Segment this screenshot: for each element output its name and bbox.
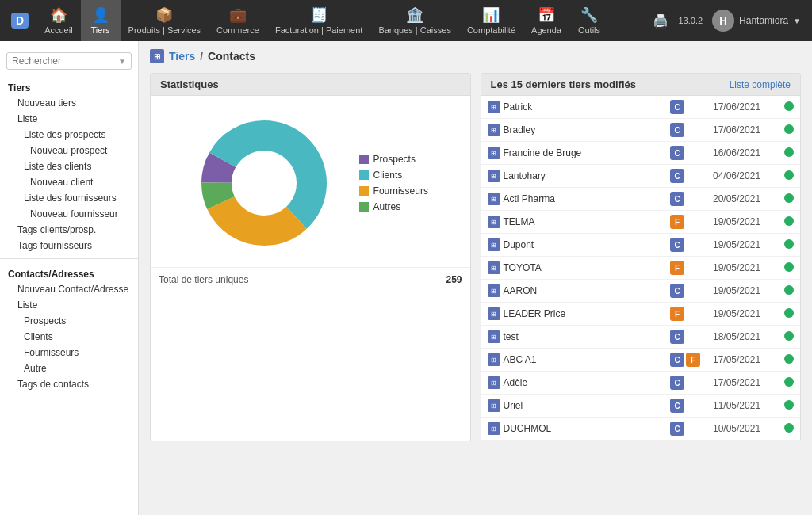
table-row[interactable]: ⊞ABC A1CF17/05/2021 [481,349,801,372]
home-icon: 🏠 [50,6,67,24]
search-input[interactable] [12,55,115,67]
sidebar-item-prospects[interactable]: Prospects [0,313,138,329]
search-dropdown-icon: ▼ [118,57,126,66]
row-tiers-icon: ⊞ [488,147,500,159]
main-layout: ▼ Tiers Nouveau tiers Liste Liste des pr… [0,41,812,515]
row-status [778,188,800,211]
nav-agenda[interactable]: 📅 Agenda [523,0,569,41]
sidebar-item-tags-contacts[interactable]: Tags de contacts [0,376,138,392]
table-row[interactable]: ⊞Francine de BrugeC16/06/2021 [481,142,801,165]
donut-chart [193,112,335,254]
sidebar-item-nouveau-client[interactable]: Nouveau client [0,174,138,190]
badge-c: C [670,330,684,344]
sidebar-item-tags-fournisseurs[interactable]: Tags fournisseurs [0,238,138,254]
status-dot-active [784,423,794,433]
sidebar-item-contacts-liste[interactable]: Liste [0,297,138,313]
row-badges: C [664,142,707,165]
sidebar-item-liste-prospects[interactable]: Liste des prospects [0,127,138,143]
sidebar-item-tags-clients[interactable]: Tags clients/prosp. [0,222,138,238]
table-row[interactable]: ⊞LantoharyC04/06/2021 [481,165,801,188]
row-date: 17/05/2021 [707,372,778,395]
row-date: 16/06/2021 [707,142,778,165]
sidebar-item-liste-fournisseurs[interactable]: Liste des fournisseurs [0,190,138,206]
liste-complete-link[interactable]: Liste complète [730,79,791,90]
nav-logo[interactable]: D [3,0,36,41]
row-date: 17/05/2021 [707,349,778,372]
table-row[interactable]: ⊞PatrickC17/06/2021 [481,96,801,119]
row-name-text: Uriel [504,400,523,411]
nav-facturation[interactable]: 🧾 Facturation | Paiement [267,0,370,41]
sidebar-item-liste[interactable]: Liste [0,111,138,127]
row-tiers-icon: ⊞ [488,170,500,182]
user-menu[interactable]: H Hantamiora ▼ [712,10,801,32]
sidebar-item-nouveau-fournisseur[interactable]: Nouveau fournisseur [0,206,138,222]
nav-banques[interactable]: 🏦 Banques | Caisses [370,0,459,41]
badge-f: F [670,307,684,321]
row-tiers-icon: ⊞ [488,399,500,412]
row-date: 19/05/2021 [707,211,778,234]
row-date: 10/05/2021 [707,418,778,441]
table-row[interactable]: ⊞AdèleC17/05/2021 [481,372,801,395]
row-badges: C [664,326,707,349]
row-badges: C [664,280,707,303]
recent-title: Les 15 derniers tiers modifiés [491,78,637,90]
table-row[interactable]: ⊞LEADER PriceF19/05/2021 [481,303,801,326]
badge-c: C [670,399,684,413]
sidebar-item-autre[interactable]: Autre [0,360,138,376]
row-name: ⊞Acti Pharma [481,188,665,211]
sidebar-item-nouveau-prospect[interactable]: Nouveau prospect [0,143,138,158]
row-status [778,418,800,441]
nav-commerce[interactable]: 💼 Commerce [209,0,267,41]
table-row[interactable]: ⊞UrielC11/05/2021 [481,395,801,418]
contacts-section-title: Contacts/Adresses [0,264,138,281]
breadcrumb-tiers[interactable]: Tiers [169,50,195,63]
row-name: ⊞Dupont [481,234,665,257]
table-row[interactable]: ⊞BradleyC17/06/2021 [481,119,801,142]
table-row[interactable]: ⊞testC18/05/2021 [481,326,801,349]
row-badges: C [664,188,707,211]
badge-c: C [670,238,684,252]
tiers-section-title: Tiers [0,78,138,95]
sidebar-item-liste-clients[interactable]: Liste des clients [0,158,138,174]
badge-c: C [670,284,684,298]
row-date: 18/05/2021 [707,326,778,349]
sidebar-item-clients[interactable]: Clients [0,329,138,345]
table-row[interactable]: ⊞TOYOTAF19/05/2021 [481,257,801,280]
stats-footer: Total de tiers uniques 259 [151,267,470,292]
nav-outils[interactable]: 🔧 Outils [569,0,609,41]
main-content: ⊞ Tiers / Contacts Statistiques [139,41,812,515]
table-row[interactable]: ⊞Acti PharmaC20/05/2021 [481,188,801,211]
table-row[interactable]: ⊞DUCHMOLC10/05/2021 [481,418,801,441]
row-name: ⊞Francine de Bruge [481,142,665,165]
nav-tiers[interactable]: 👤 Tiers [81,0,121,41]
row-tiers-icon: ⊞ [488,261,500,274]
sidebar-item-nouveau-contact[interactable]: Nouveau Contact/Adresse [0,281,138,297]
row-name-text: Dupont [504,239,534,250]
table-row[interactable]: ⊞TELMAF19/05/2021 [481,211,801,234]
row-badges: C [664,234,707,257]
user-dropdown-icon: ▼ [793,17,801,25]
row-name: ⊞Uriel [481,395,665,418]
table-row[interactable]: ⊞DupontC19/05/2021 [481,234,801,257]
row-status [778,165,800,188]
table-row[interactable]: ⊞AARONC19/05/2021 [481,280,801,303]
row-tiers-icon: ⊞ [488,193,500,205]
sidebar: ▼ Tiers Nouveau tiers Liste Liste des pr… [0,41,139,515]
row-badges: F [664,257,707,280]
row-status [778,326,800,349]
nav-produits[interactable]: 📦 Produits | Services [121,0,209,41]
nav-comptabilite[interactable]: 📊 Comptabilité [459,0,523,41]
row-name-text: LEADER Price [504,308,566,319]
outils-icon: 🔧 [580,6,598,24]
stats-panel: Statistiques [150,73,471,441]
nav-accueil[interactable]: 🏠 Accueil [36,0,80,41]
row-name-text: TOYOTA [504,262,542,273]
status-dot-active [784,331,794,341]
row-date: 04/06/2021 [707,165,778,188]
sidebar-item-nouveau-tiers[interactable]: Nouveau tiers [0,95,138,111]
printer-icon[interactable]: 🖨️ [653,13,668,29]
sidebar-search-container[interactable]: ▼ [6,52,132,70]
chart-legend: Prospects Clients Fournisseurs [359,154,428,212]
sidebar-item-fournisseurs[interactable]: Fournisseurs [0,345,138,360]
comptabilite-icon: 📊 [482,6,500,24]
